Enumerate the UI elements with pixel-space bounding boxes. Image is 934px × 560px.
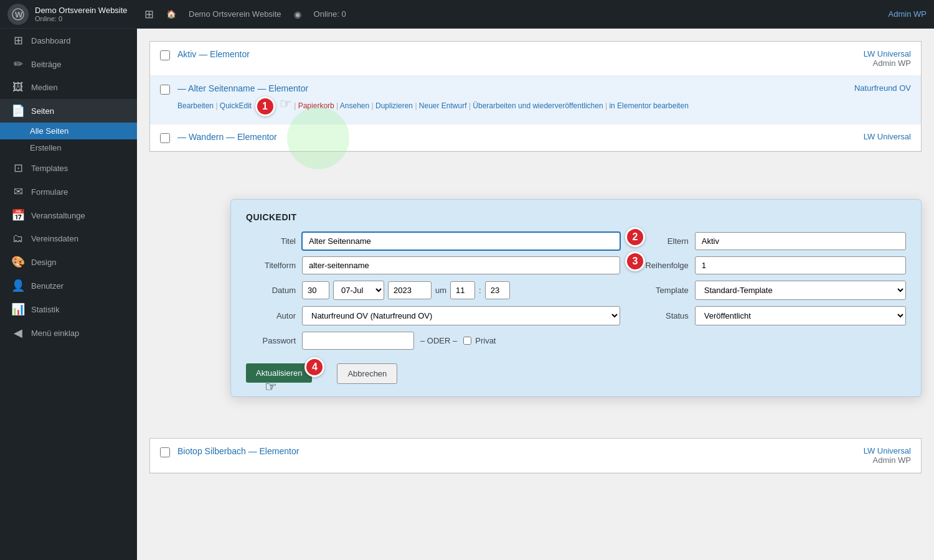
qe-input-titel[interactable] <box>302 232 620 250</box>
admin-bar-site[interactable]: Demo Ortsverein Website <box>189 9 281 19</box>
row-meta-aktiv: LW Universal Admin WP <box>864 49 911 68</box>
sidebar-item-label-veranstaltungen: Veranstaltunge <box>31 211 85 220</box>
sidebar-item-dashboard[interactable]: ⊞ Dashboard <box>0 29 137 52</box>
sidebar-sub-label-alle-seiten: Alle Seiten <box>30 126 68 136</box>
quickedit-panel: QUICKEDIT Titel 2 Titelfo <box>230 199 922 397</box>
qe-select-template[interactable]: Standard-Template Elementor Canvas Eleme… <box>695 281 906 300</box>
qe-label-status: Status <box>639 311 689 320</box>
sidebar-item-alle-seiten[interactable]: Alle Seiten <box>0 123 137 139</box>
sidebar-item-medien[interactable]: 🖼 Medien <box>0 76 137 99</box>
qe-row-titelform: Titelform 3 <box>246 256 620 274</box>
step-badge-4: 4 <box>304 357 324 377</box>
site-info: Demo Ortsverein Website Online: 0 <box>35 6 128 22</box>
qe-input-reihenfolge[interactable] <box>695 256 906 274</box>
design-icon: 🎨 <box>11 255 25 269</box>
action-bearbeiten[interactable]: Bearbeiten <box>177 101 214 110</box>
qe-row-reihenfolge: Reihenfolge <box>639 256 906 274</box>
sidebar-item-seiten[interactable]: 📄 Seiten <box>0 99 137 123</box>
row-meta-admin-biotop: Admin WP <box>873 455 911 465</box>
row-meta-lw-wandern[interactable]: LW Universal <box>864 132 911 141</box>
date-year-input[interactable] <box>388 281 432 299</box>
admin-bar: ⊞ 🏠 Demo Ortsverein Website ◉ Online: 0 … <box>137 0 934 29</box>
admin-bar-wp: ⊞ <box>144 7 154 21</box>
qe-input-titelform[interactable] <box>302 256 620 274</box>
row-title-biotop[interactable]: Biotop Silberbach — Elementor <box>177 446 299 456</box>
row-title-aktiv[interactable]: Aktiv — Elementor <box>177 49 250 59</box>
row-content-alter: — Alter Seitenname — Elementor Bearbeite… <box>177 83 847 116</box>
cancel-button[interactable]: Abbrechen <box>337 363 397 384</box>
update-button[interactable]: Aktualisieren <box>246 363 312 383</box>
sidebar-item-label-design: Design <box>31 258 56 267</box>
cursor-icon-1: ☞ <box>280 96 292 112</box>
action-neuer-entwurf[interactable]: Neuer Entwurf <box>419 101 467 110</box>
row-biotop-area: Biotop Silberbach — Elementor LW Univers… <box>149 438 922 474</box>
sidebar-item-statistik[interactable]: 📊 Statistik <box>0 297 137 321</box>
table-row: Aktiv — Elementor LW Universal Admin WP <box>150 42 921 76</box>
row-title-wandern[interactable]: — Wandern — Elementor <box>177 132 277 142</box>
table-row-biotop: Biotop Silberbach — Elementor LW Univers… <box>150 439 921 473</box>
page-list-bottom: Biotop Silberbach — Elementor LW Univers… <box>149 438 922 474</box>
action-duplizieren[interactable]: Duplizieren <box>375 101 413 110</box>
row-meta-wandern: LW Universal <box>864 132 911 141</box>
sidebar-item-label-vereinsdaten: Vereinsdaten <box>31 234 78 243</box>
row-meta-lw-biotop[interactable]: LW Universal <box>864 446 911 455</box>
sidebar-item-label-dashboard: Dashboard <box>31 36 71 45</box>
step-badge-2: 2 <box>625 227 645 247</box>
main-content: ⊞ 🏠 Demo Ortsverein Website ◉ Online: 0 … <box>137 0 934 560</box>
row-content-aktiv: Aktiv — Elementor <box>177 49 856 59</box>
qe-select-autor[interactable]: Naturfreund OV (Naturfreund OV) <box>302 306 620 325</box>
sidebar-item-vereinsdaten[interactable]: 🗂 Vereinsdaten <box>0 227 137 250</box>
wp-logo[interactable]: W <box>7 4 29 25</box>
date-month-select[interactable]: 07-Jul 01-Jan 02-Feb 03-Mar 04-Apr 05-Ma… <box>333 281 384 300</box>
sidebar-item-beitraege[interactable]: ✏ Beiträge <box>0 52 137 76</box>
qe-row-passwort: Passwort – ODER – Privat <box>246 332 620 350</box>
date-day-input[interactable] <box>302 281 329 299</box>
qe-input-eltern[interactable] <box>695 232 906 250</box>
qe-select-status[interactable]: Veröffentlicht Entwurf Privat Ausstehend <box>695 306 906 325</box>
row-checkbox-aktiv[interactable] <box>160 50 170 60</box>
sidebar-item-veranstaltungen[interactable]: 📅 Veranstaltunge <box>0 203 137 227</box>
admin-bar-circle: ◉ <box>294 9 301 19</box>
privat-label: Privat <box>463 336 496 345</box>
qe-row-autor: Autor Naturfreund OV (Naturfreund OV) <box>246 306 620 325</box>
sidebar-item-design[interactable]: 🎨 Design <box>0 250 137 274</box>
table-row-wandern: — Wandern — Elementor LW Universal <box>150 124 921 151</box>
sidebar-item-formulare[interactable]: ✉ Formulare <box>0 180 137 203</box>
templates-icon: ⊡ <box>11 161 25 175</box>
site-name: Demo Ortsverein Website <box>35 6 128 15</box>
sidebar-item-benutzer[interactable]: 👤 Benutzer <box>0 274 137 297</box>
qe-input-passwort[interactable] <box>302 332 414 350</box>
sidebar-item-label-statistik: Statistik <box>31 305 60 314</box>
row-meta-lw-aktiv[interactable]: LW Universal <box>864 49 911 58</box>
statistik-icon: 📊 <box>11 302 25 316</box>
sidebar-item-erstellen[interactable]: Erstellen <box>0 139 137 156</box>
privat-checkbox[interactable] <box>463 337 471 345</box>
action-ansehen[interactable]: Ansehen <box>340 101 369 110</box>
admin-bar-admin[interactable]: Admin WP <box>889 9 927 19</box>
date-min-input[interactable] <box>485 281 510 299</box>
row-meta-admin-aktiv: Admin WP <box>873 58 911 68</box>
action-papierkorb[interactable]: Papierkorb <box>298 101 334 110</box>
sidebar-item-label-menue: Menü einklap <box>31 329 79 338</box>
date-hour-input[interactable] <box>450 281 475 299</box>
action-quickedit[interactable]: QuickEdit <box>220 101 252 110</box>
quickedit-title: QUICKEDIT <box>246 212 906 222</box>
row-checkbox-wandern[interactable] <box>160 133 170 143</box>
svg-text:W: W <box>15 10 23 19</box>
row-checkbox-alter[interactable] <box>160 85 170 95</box>
row-meta-naturfreund[interactable]: Naturfreund OV <box>854 83 911 93</box>
seiten-icon: 📄 <box>11 104 25 118</box>
action-ueberarbeiten[interactable]: Überarbeiten und wiederveröffentlichen <box>473 101 603 110</box>
action-elementor[interactable]: in Elementor bearbeiten <box>609 101 688 110</box>
sidebar-item-menue[interactable]: ◀ Menü einklap <box>0 321 137 345</box>
qe-label-datum: Datum <box>246 286 296 295</box>
sidebar-item-templates[interactable]: ⊡ Templates <box>0 156 137 180</box>
qe-label-passwort: Passwort <box>246 336 296 345</box>
row-title-alter[interactable]: — Alter Seitenname — Elementor <box>177 83 308 93</box>
qe-label-titelform: Titelform <box>246 261 296 270</box>
row-checkbox-biotop[interactable] <box>160 447 170 457</box>
row-content-biotop: Biotop Silberbach — Elementor <box>177 446 856 456</box>
admin-bar-home-icon: 🏠 <box>166 9 176 19</box>
date-um-label: um <box>435 286 446 295</box>
step-badge-1: 1 <box>255 96 275 116</box>
